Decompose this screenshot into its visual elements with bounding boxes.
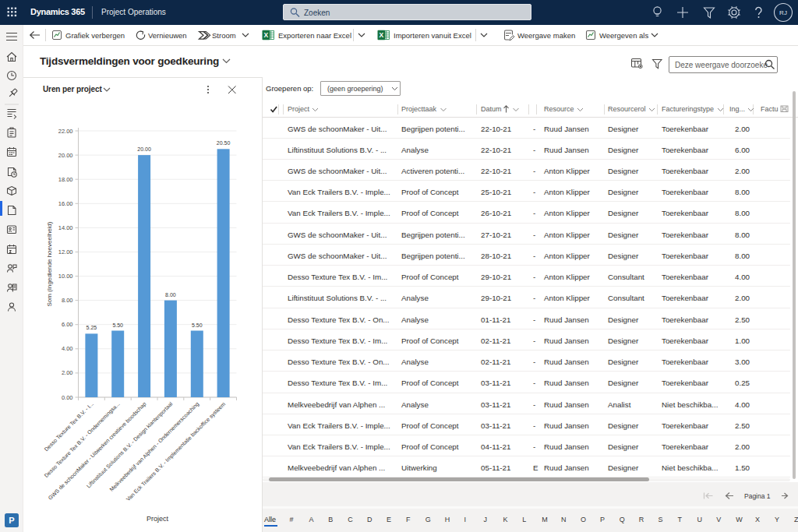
svg-text:X: X <box>380 31 384 39</box>
svg-text:2.00: 2.00 <box>62 369 73 376</box>
svg-text:14.00: 14.00 <box>58 224 73 231</box>
svg-text:8.00: 8.00 <box>165 292 176 298</box>
svg-text:Melkveebedrijf van Alphen - On: Melkveebedrijf van Alphen - Ondernemersc… <box>108 401 200 493</box>
svg-text:20.00: 20.00 <box>137 146 151 152</box>
svg-text:18.00: 18.00 <box>58 176 73 183</box>
svg-text:5.50: 5.50 <box>112 322 123 328</box>
svg-text:X: X <box>264 31 269 39</box>
svg-text:Project: Project <box>147 515 169 523</box>
svg-text:20.50: 20.50 <box>217 140 231 146</box>
svg-text:Desso Texture Tex B.V. - I...: Desso Texture Tex B.V. - I... <box>43 401 94 453</box>
svg-text:Som (Ingediende hoeveelheid): Som (Ingediende hoeveelheid) <box>46 221 53 306</box>
svg-text:8.00: 8.00 <box>62 297 73 304</box>
svg-text:20.00: 20.00 <box>58 152 73 159</box>
svg-text:12.00: 12.00 <box>58 248 73 255</box>
svg-text:16.00: 16.00 <box>58 200 73 207</box>
svg-text:Pagina 1: Pagina 1 <box>744 492 771 500</box>
svg-text:RJ: RJ <box>779 9 787 16</box>
svg-text:4.00: 4.00 <box>62 345 73 352</box>
svg-text:0.00: 0.00 <box>62 394 73 401</box>
svg-text:5.25: 5.25 <box>87 325 97 330</box>
svg-text:Van Eck Trailers B.V. - Implem: Van Eck Trailers B.V. - Implementatie ba… <box>125 401 228 503</box>
svg-text:6.00: 6.00 <box>62 321 73 328</box>
svg-text:10.00: 10.00 <box>58 273 73 280</box>
svg-text:22.00: 22.00 <box>58 128 73 135</box>
svg-text:GWS de schoonMaker - Uitwerken: GWS de schoonMaker - Uitwerken creatieve… <box>48 401 148 502</box>
svg-text:5.50: 5.50 <box>192 322 203 328</box>
